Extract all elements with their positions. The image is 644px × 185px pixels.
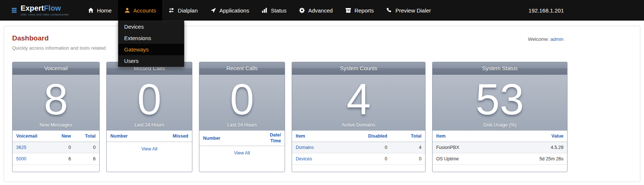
table-row: FusionPBX 4.5.29 <box>433 142 567 153</box>
main-menu: Home Accounts Devices Extensions Gateway… <box>82 0 437 21</box>
table-row: Devices 0 0 <box>292 153 425 165</box>
brand-name: ExpertFlow <box>21 4 69 12</box>
card-system-counts: System Counts 4 Active Domains Item Disa… <box>292 62 426 172</box>
table-cell: 4.5.29 <box>499 142 567 153</box>
table-cell: 6 <box>51 153 75 165</box>
card-voicemail-value-label: New Messages <box>13 122 99 128</box>
missed-calls-view-all-link[interactable]: View All <box>141 146 157 152</box>
brand-tagline: chat, voice and video contactcenter <box>21 13 69 16</box>
brand-logo[interactable]: ExpertFlow chat, voice and video contact… <box>0 0 74 21</box>
nav-item-label: Reports <box>355 7 374 14</box>
menu-item-users[interactable]: Users <box>118 55 184 67</box>
menu-item-extensions[interactable]: Extensions <box>118 32 184 44</box>
table-cell: 0 <box>391 153 425 165</box>
nav-item-reports[interactable]: Reports <box>339 0 380 21</box>
card-system-counts-header[interactable]: System Counts <box>292 62 425 75</box>
card-system-status-value-label: Disk Usage (%) <box>433 122 567 128</box>
column-header: Total <box>75 131 99 142</box>
welcome-user-link[interactable]: admin <box>551 36 563 42</box>
dashboard-cards: Voicemail 8 New Messages Voicemail New T… <box>12 62 632 172</box>
view-all-row: View All <box>107 142 192 156</box>
table-row: 5000 6 6 <box>13 153 99 165</box>
nav-item-label: Dialplan <box>178 7 198 14</box>
accounts-dropdown-menu: Devices Extensions Gateways Users <box>118 21 184 67</box>
nav-item-applications[interactable]: Applications <box>204 0 256 21</box>
column-header: Date/ Time <box>248 131 285 146</box>
welcome-label: Welcome: <box>528 36 549 42</box>
column-header: New <box>51 131 75 142</box>
content-panel: Dashboard Quickly access information and… <box>4 26 640 182</box>
table-cell: 4 <box>391 142 425 153</box>
table-cell: 0 <box>51 142 75 153</box>
phone-icon <box>386 7 392 13</box>
card-system-status: System Status 53 Disk Usage (%) Item Val… <box>432 62 567 172</box>
voicemail-box-link[interactable]: 3625 <box>16 145 26 150</box>
gear-icon <box>299 7 305 13</box>
recent-calls-view-all-link[interactable]: View All <box>234 150 250 156</box>
card-system-status-value: 53 <box>476 78 524 121</box>
nav-item-label: Status <box>271 7 287 14</box>
card-voicemail: Voicemail 8 New Messages Voicemail New T… <box>12 62 100 172</box>
column-header: Total <box>391 131 425 142</box>
column-header: Item <box>292 131 341 142</box>
card-missed-calls-value-label: Last 24 Hours <box>107 122 192 128</box>
card-system-counts-value-label: Active Domains <box>292 122 425 128</box>
nav-item-label: Preview Dialer <box>395 7 431 14</box>
table-cell: 3625 <box>13 142 51 153</box>
column-header: Voicemail <box>13 131 51 142</box>
table-cell: 5000 <box>13 153 51 165</box>
nav-item-accounts[interactable]: Accounts Devices Extensions Gateways Use… <box>118 0 163 21</box>
nav-item-label: Accounts <box>134 7 156 14</box>
table-cell: 0 <box>75 142 99 153</box>
card-missed-calls: Missed Calls 0 Last 24 Hours Number Miss… <box>106 62 192 172</box>
voicemail-box-link[interactable]: 5000 <box>16 156 26 161</box>
missed-calls-table: Number Missed <box>107 131 192 142</box>
nav-item-status[interactable]: Status <box>255 0 293 21</box>
menu-item-gateways[interactable]: Gateways <box>118 44 184 55</box>
nav-item-preview-dialer[interactable]: Preview Dialer <box>380 0 437 21</box>
card-recent-calls-header[interactable]: Recent Calls <box>199 62 285 75</box>
card-system-status-header[interactable]: System Status <box>433 62 567 75</box>
devices-link[interactable]: Devices <box>296 156 312 161</box>
bar-chart-icon <box>261 7 267 13</box>
nav-item-label: Home <box>97 7 112 14</box>
nav-item-advanced[interactable]: Advanced <box>293 0 339 21</box>
table-cell: 0 <box>341 153 391 165</box>
card-system-counts-body: 4 Active Domains <box>292 75 425 131</box>
column-header: Value <box>499 131 567 142</box>
card-recent-calls: Recent Calls 0 Last 24 Hours Number Date… <box>199 62 285 172</box>
nav-item-dialplan[interactable]: Dialplan <box>162 0 204 21</box>
card-voicemail-value: 8 <box>44 78 68 121</box>
table-row: OS Uptime 5d 25m 26s <box>433 153 567 165</box>
archive-box-icon <box>345 7 351 13</box>
page-subtitle: Quickly access information and tools rel… <box>12 45 632 51</box>
column-header: Number <box>199 131 248 146</box>
table-row: Domains 0 4 <box>292 142 425 153</box>
card-recent-calls-value-label: Last 24 Hours <box>199 122 285 128</box>
brand-bars-icon <box>11 7 18 14</box>
card-system-status-body: 53 Disk Usage (%) <box>433 75 567 131</box>
column-header: Disabled <box>341 131 391 142</box>
recent-calls-table: Number Date/ Time <box>199 131 285 146</box>
system-counts-table: Item Disabled Total Domains 0 4 Devices … <box>292 131 425 165</box>
table-cell: 0 <box>341 142 391 153</box>
top-navbar: ExpertFlow chat, voice and video contact… <box>0 0 644 21</box>
card-missed-calls-value: 0 <box>137 78 161 121</box>
exchange-arrows-icon <box>168 7 174 13</box>
nav-item-home[interactable]: Home <box>82 0 118 21</box>
column-header: Missed <box>151 131 192 142</box>
table-row: 3625 0 0 <box>13 142 99 153</box>
voicemail-table: Voicemail New Total 3625 0 0 5000 6 6 <box>13 131 99 165</box>
domains-link[interactable]: Domains <box>296 145 314 150</box>
nav-item-label: Advanced <box>308 7 333 14</box>
welcome-text: Welcome: admin <box>528 36 563 42</box>
card-system-counts-value: 4 <box>346 78 371 121</box>
nav-item-label: Applications <box>220 7 249 14</box>
card-voicemail-header[interactable]: Voicemail <box>13 62 99 75</box>
card-missed-calls-body: 0 Last 24 Hours <box>107 75 192 131</box>
column-header: Number <box>107 131 151 142</box>
menu-item-devices[interactable]: Devices <box>118 21 184 32</box>
table-cell: 5d 25m 26s <box>499 153 567 165</box>
table-cell: FusionPBX <box>433 142 499 153</box>
user-icon <box>124 7 130 13</box>
